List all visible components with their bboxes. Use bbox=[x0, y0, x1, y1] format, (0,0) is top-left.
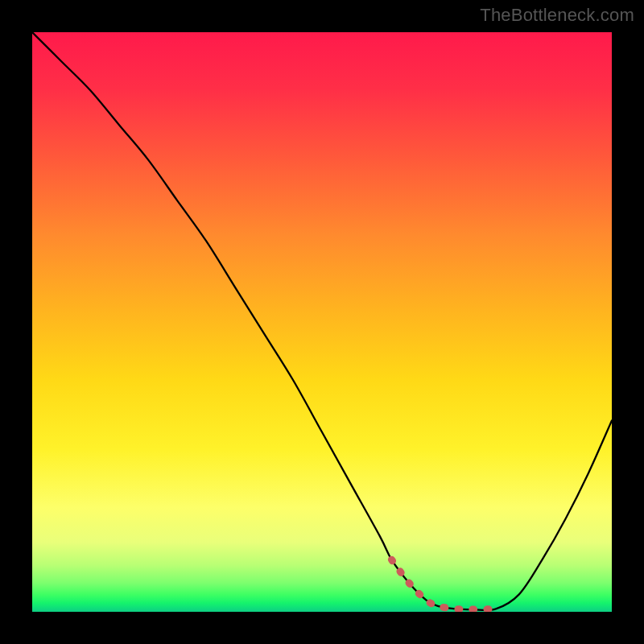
attribution-text: TheBottleneck.com bbox=[480, 5, 634, 26]
bottleneck-curve bbox=[32, 32, 612, 610]
curve-svg bbox=[32, 32, 612, 612]
plot-area bbox=[32, 32, 612, 612]
chart-frame: TheBottleneck.com bbox=[0, 0, 644, 644]
optimal-range-marker bbox=[391, 559, 496, 609]
